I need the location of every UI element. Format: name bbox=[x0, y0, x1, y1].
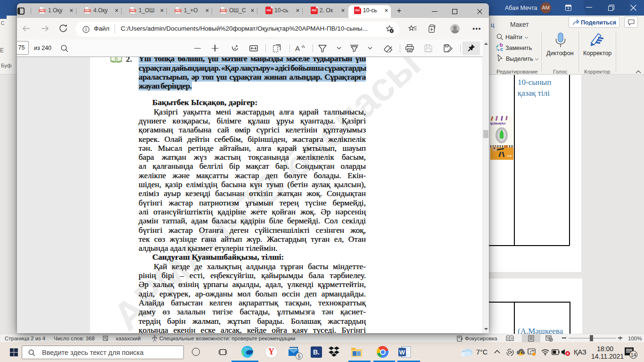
svg-text:A: A bbox=[295, 44, 300, 52]
svg-text:W: W bbox=[399, 349, 405, 356]
